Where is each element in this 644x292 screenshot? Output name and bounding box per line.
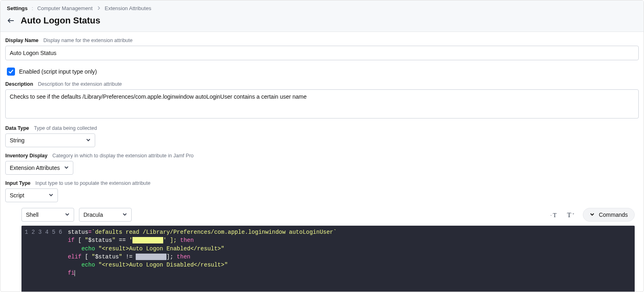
script-language-value: Shell	[26, 212, 38, 218]
editor-cursor	[75, 270, 75, 276]
input-type-label: Input Type	[5, 180, 30, 186]
editor-gutter: 1 2 3 4 5 6	[21, 226, 65, 292]
caret-down-icon	[122, 212, 127, 218]
field-display-name: Display Name Display name for the extens…	[5, 38, 639, 60]
commands-label: Commands	[599, 212, 628, 218]
breadcrumb-level1[interactable]: Computer Management	[37, 5, 93, 11]
input-type-value: Script	[10, 192, 24, 199]
script-theme-value: Dracula	[83, 212, 103, 218]
code-editor[interactable]: 1 2 3 4 5 6 status=`defaults read /Libra…	[21, 226, 635, 292]
commands-button[interactable]: Commands	[583, 208, 635, 222]
script-language-select[interactable]: Shell	[21, 208, 74, 222]
script-toolbar: Shell Dracula -T T+	[21, 208, 635, 226]
caret-down-icon	[49, 192, 53, 199]
breadcrumb-sep: :	[32, 5, 33, 11]
display-name-input[interactable]	[5, 46, 639, 60]
caret-down-icon	[64, 165, 69, 171]
field-description: Description Description for the extensio…	[5, 81, 639, 120]
enabled-label: Enabled (script input type only)	[19, 68, 97, 75]
field-data-type: Data Type Type of data being collected S…	[5, 125, 639, 147]
inventory-display-select[interactable]: Extension Attributes	[5, 161, 73, 175]
data-type-value: String	[10, 137, 25, 144]
data-type-label: Data Type	[5, 125, 29, 131]
chevron-down-icon	[590, 212, 595, 218]
enabled-checkbox-row[interactable]: Enabled (script input type only)	[5, 66, 639, 78]
svg-text:T: T	[567, 211, 571, 218]
font-increase-icon[interactable]: T+	[566, 209, 577, 220]
breadcrumb-level2[interactable]: Extension Attributes	[105, 5, 151, 11]
script-theme-select[interactable]: Dracula	[79, 208, 132, 222]
form-body: Display Name Display name for the extens…	[0, 32, 644, 292]
page-header: Settings : Computer Management Extension…	[0, 0, 644, 32]
data-type-select[interactable]: String	[5, 133, 95, 147]
page-title: Auto Logon Status	[21, 15, 100, 26]
svg-text:-: -	[550, 213, 552, 217]
svg-text:+: +	[572, 212, 574, 216]
breadcrumb: Settings : Computer Management Extension…	[7, 5, 637, 11]
description-input[interactable]	[5, 89, 639, 118]
field-inventory-display: Inventory Display Category in which to d…	[5, 153, 639, 175]
field-input-type: Input Type Input type to use to populate…	[5, 180, 639, 202]
caret-down-icon	[65, 212, 70, 218]
chevron-right-icon	[97, 5, 101, 11]
svg-text:T: T	[553, 212, 557, 218]
input-type-hint: Input type to use to populate the extens…	[35, 180, 150, 186]
back-arrow-icon[interactable]	[7, 17, 15, 25]
display-name-label: Display Name	[5, 38, 38, 43]
caret-down-icon	[86, 137, 91, 144]
script-block: Shell Dracula -T T+	[21, 208, 635, 292]
input-type-select[interactable]: Script	[5, 188, 58, 202]
checkbox-checked-icon[interactable]	[7, 68, 15, 76]
editor-code[interactable]: status=`defaults read /Library/Preferenc…	[65, 226, 635, 292]
breadcrumb-root[interactable]: Settings	[7, 5, 28, 11]
inventory-display-hint: Category in which to display the extensi…	[52, 153, 194, 159]
data-type-hint: Type of data being collected	[34, 125, 97, 131]
display-name-hint: Display name for the extension attribute	[43, 38, 132, 43]
description-label: Description	[5, 81, 33, 87]
inventory-display-value: Extension Attributes	[10, 165, 60, 171]
font-decrease-icon[interactable]: -T	[549, 209, 560, 220]
description-hint: Description for the extension attribute	[38, 81, 122, 87]
inventory-display-label: Inventory Display	[5, 153, 47, 159]
